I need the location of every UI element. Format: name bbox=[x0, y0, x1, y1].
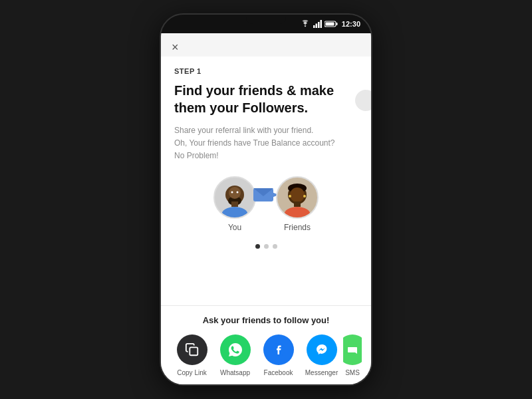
svg-point-23 bbox=[289, 195, 291, 198]
avatars-row: You bbox=[174, 176, 358, 232]
copy-icon-svg bbox=[185, 342, 200, 357]
dot-3 bbox=[273, 244, 277, 249]
svg-point-18 bbox=[284, 207, 311, 217]
svg-rect-3 bbox=[320, 20, 322, 28]
share-title: Ask your friends to follow you! bbox=[161, 315, 371, 325]
envelope-arrow bbox=[253, 186, 279, 207]
share-facebook[interactable]: Facebook bbox=[257, 334, 300, 376]
messenger-icon bbox=[307, 334, 337, 365]
envelope-icon bbox=[253, 186, 279, 204]
copy-link-icon bbox=[177, 334, 207, 365]
facebook-icon-svg bbox=[271, 342, 287, 358]
svg-rect-22 bbox=[294, 201, 301, 207]
svg-rect-1 bbox=[315, 24, 317, 29]
main-card: STEP 1 Find your friends & make them you… bbox=[161, 57, 371, 305]
notch bbox=[246, 15, 286, 24]
avatar-you-item: You bbox=[213, 176, 256, 232]
messenger-label: Messenger bbox=[305, 369, 338, 376]
share-copy-link[interactable]: Copy Link bbox=[170, 334, 213, 376]
share-items-row: Copy Link Whatsapp bbox=[161, 334, 371, 376]
svg-point-12 bbox=[237, 191, 239, 193]
svg-rect-13 bbox=[231, 201, 238, 207]
share-messenger[interactable]: Messenger bbox=[300, 334, 343, 376]
svg-point-7 bbox=[221, 207, 248, 217]
svg-rect-0 bbox=[313, 25, 315, 28]
wifi-icon bbox=[301, 20, 310, 28]
dot-1 bbox=[255, 244, 260, 249]
svg-point-10 bbox=[229, 187, 241, 199]
svg-point-24 bbox=[303, 195, 306, 198]
phone-frame: 12:30 × STEP 1 Find your friends & make … bbox=[160, 13, 372, 386]
sms-icon bbox=[343, 334, 362, 365]
sms-label: SMS bbox=[345, 369, 360, 376]
svg-rect-17 bbox=[269, 194, 276, 196]
svg-rect-25 bbox=[190, 347, 198, 355]
whatsapp-label: Whatsapp bbox=[220, 369, 250, 376]
share-sms[interactable]: SMS bbox=[343, 334, 362, 376]
pagination-dots bbox=[174, 244, 358, 249]
avatar-friends-circle bbox=[276, 176, 319, 219]
status-icons: 12:30 bbox=[301, 20, 360, 28]
svg-rect-5 bbox=[336, 23, 337, 25]
modal-container: × STEP 1 Find your friends & make them y… bbox=[161, 33, 371, 384]
svg-rect-6 bbox=[325, 23, 334, 26]
share-section: Ask your friends to follow you! Copy Lin… bbox=[161, 305, 371, 384]
avatar-you-label: You bbox=[228, 223, 241, 232]
person-friends-svg bbox=[279, 176, 315, 217]
svg-rect-2 bbox=[318, 22, 320, 28]
svg-point-21 bbox=[290, 188, 305, 202]
avatar-you-circle bbox=[213, 176, 256, 219]
step-label: STEP 1 bbox=[174, 67, 358, 75]
person-you-svg bbox=[217, 176, 253, 217]
whatsapp-icon-svg bbox=[227, 342, 243, 358]
avatar-friends-item: Friends bbox=[276, 176, 319, 232]
avatar-friends-label: Friends bbox=[284, 223, 311, 232]
headline: Find your friends & make them your Follo… bbox=[174, 82, 358, 116]
share-whatsapp[interactable]: Whatsapp bbox=[213, 334, 257, 376]
sms-icon-svg bbox=[344, 342, 360, 358]
battery-icon bbox=[325, 20, 338, 28]
toggle-hint bbox=[355, 90, 371, 111]
facebook-label: Facebook bbox=[264, 369, 293, 376]
facebook-icon bbox=[263, 334, 294, 365]
time-display: 12:30 bbox=[342, 20, 360, 28]
copy-link-label: Copy Link bbox=[177, 369, 206, 376]
status-bar: 12:30 bbox=[161, 15, 371, 33]
whatsapp-icon bbox=[220, 334, 251, 365]
description: Share your referral link with your frien… bbox=[174, 124, 358, 163]
signal-icon bbox=[313, 20, 322, 28]
svg-point-11 bbox=[231, 191, 233, 193]
dot-2 bbox=[264, 244, 269, 249]
close-button[interactable]: × bbox=[172, 41, 179, 54]
messenger-icon-svg bbox=[314, 342, 330, 358]
